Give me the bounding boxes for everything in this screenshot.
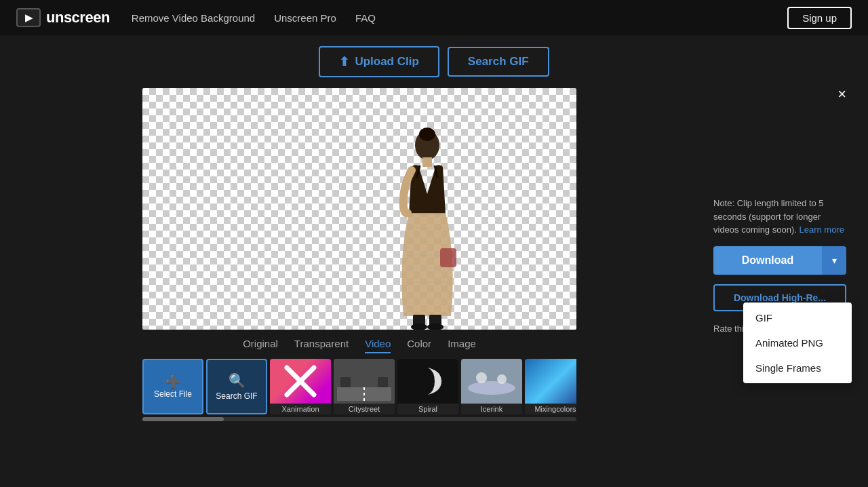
canvas-area	[142, 88, 576, 330]
thumb-mixingcolors[interactable]: Mixingcolors	[525, 359, 576, 414]
navbar: ▶ unscreen Remove Video Background Unscr…	[0, 0, 868, 35]
download-button[interactable]: Download	[713, 246, 822, 275]
thumb-spiral[interactable]: Spiral	[397, 359, 458, 414]
scroll-thumb[interactable]	[142, 417, 224, 421]
thumb-citystreet[interactable]: Citystreet	[334, 359, 395, 414]
note-text: Note: Clip length limited to 5 seconds (…	[713, 197, 846, 237]
dropdown-gif[interactable]: GIF	[743, 305, 852, 330]
signup-button[interactable]: Sign up	[787, 7, 852, 29]
view-tabs: Original Transparent Video Color Image	[243, 338, 476, 353]
scroll-track[interactable]	[142, 417, 576, 421]
thumb-icerink[interactable]: Icerink	[461, 359, 522, 414]
dropdown-animated-png[interactable]: Animated PNG	[743, 330, 852, 355]
tab-transparent[interactable]: Transparent	[294, 338, 349, 353]
plus-icon: ➕	[165, 374, 180, 389]
thumbnails-row: ➕ Select File 🔍 Search GIF Xanimation	[142, 359, 576, 414]
close-button[interactable]: ×	[837, 85, 846, 103]
icerink-label: Icerink	[461, 404, 522, 414]
main-content: Original Transparent Video Color Image ➕…	[0, 88, 868, 487]
dropdown-single-frames[interactable]: Single Frames	[743, 355, 852, 381]
logo[interactable]: ▶ unscreen	[16, 8, 110, 27]
spiral-label: Spiral	[397, 404, 458, 414]
svg-point-23	[497, 374, 507, 384]
spiral-icon	[408, 361, 448, 402]
download-dropdown: GIF Animated PNG Single Frames	[743, 303, 852, 383]
nav-pro[interactable]: Unscreen Pro	[274, 12, 336, 24]
search-gif-thumb-button[interactable]: 🔍 Search GIF	[206, 359, 267, 414]
icerink-icon	[465, 364, 519, 398]
video-panel: Original Transparent Video Color Image ➕…	[16, 88, 703, 487]
logo-text: unscreen	[46, 9, 110, 26]
nav-faq[interactable]: FAQ	[355, 12, 376, 24]
logo-icon: ▶	[16, 8, 41, 27]
caret-down-icon: ▾	[832, 255, 837, 266]
svg-rect-20	[378, 377, 388, 387]
tab-original[interactable]: Original	[243, 338, 278, 353]
tab-color[interactable]: Color	[407, 338, 431, 353]
svg-rect-10	[440, 248, 456, 267]
person-silhouette	[383, 126, 471, 330]
svg-point-1	[419, 128, 435, 141]
thumb-xanimation[interactable]: Xanimation	[270, 359, 331, 414]
svg-point-21	[468, 381, 515, 395]
select-file-button[interactable]: ➕ Select File	[142, 359, 203, 414]
search-gif-button[interactable]: Search GIF	[448, 47, 549, 77]
upload-clip-button[interactable]: ⬆ Upload Clip	[319, 46, 439, 77]
svg-rect-2	[422, 157, 432, 167]
tab-video[interactable]: Video	[365, 338, 391, 353]
tab-image[interactable]: Image	[448, 338, 476, 353]
nav-links: Remove Video Background Unscreen Pro FAQ	[132, 12, 766, 24]
header-area: ⬆ Upload Clip Search GIF	[0, 35, 868, 88]
mixingcolors-label: Mixingcolors	[525, 404, 576, 414]
citystreet-icon	[337, 374, 391, 401]
search-gif-thumb-label: Search GIF	[216, 391, 257, 401]
svg-rect-19	[340, 377, 351, 387]
search-icon: 🔍	[229, 372, 245, 389]
learn-more-link[interactable]: Learn more	[799, 225, 844, 235]
right-panel: × Note: Clip length limited to 5 seconds…	[703, 88, 852, 487]
download-caret-button[interactable]: ▾	[822, 246, 846, 275]
xanimation-icon	[283, 364, 317, 398]
nav-remove-bg[interactable]: Remove Video Background	[132, 12, 255, 24]
select-file-label: Select File	[154, 389, 192, 399]
download-group: Download ▾	[713, 246, 846, 275]
citystreet-label: Citystreet	[334, 404, 395, 414]
svg-point-22	[476, 372, 487, 383]
upload-icon: ⬆	[339, 54, 349, 69]
xanimation-label: Xanimation	[270, 404, 331, 414]
